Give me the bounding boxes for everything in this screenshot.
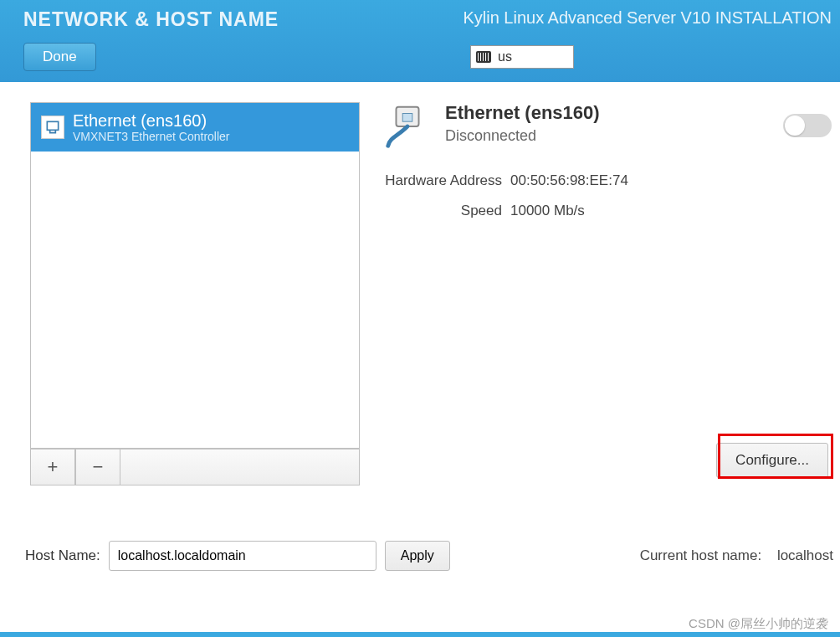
device-status: Disconnected [445, 127, 600, 145]
svg-rect-0 [47, 121, 58, 130]
network-device-list: Ethernet (ens160) VMXNET3 Ethernet Contr… [30, 102, 360, 449]
configure-button[interactable]: Configure... [716, 443, 828, 478]
hostname-label: Host Name: [25, 547, 100, 564]
current-hostname-value: localhost [777, 547, 833, 563]
watermark-text: CSDN @屌丝小帅的逆袭 [689, 616, 828, 632]
network-device-text: Ethernet (ens160) VMXNET3 Ethernet Contr… [73, 111, 230, 143]
device-detail-column: Ethernet (ens160) Disconnected Hardware … [383, 102, 840, 485]
main-content: Ethernet (ens160) VMXNET3 Ethernet Contr… [0, 82, 840, 485]
current-hostname: Current host name: localhost [640, 547, 833, 564]
svg-rect-2 [402, 114, 412, 122]
speed-value: 10000 Mb/s [510, 203, 585, 219]
ethernet-icon [41, 116, 64, 139]
network-list-column: Ethernet (ens160) VMXNET3 Ethernet Contr… [30, 102, 360, 485]
network-device-controller: VMXNET3 Ethernet Controller [73, 130, 230, 143]
installer-title: Kylin Linux Advanced Server V10 INSTALLA… [463, 8, 832, 28]
device-title-block: Ethernet (ens160) Disconnected [445, 102, 600, 145]
hostname-row: Host Name: Apply [25, 541, 450, 571]
device-properties: Hardware Address 00:50:56:98:EE:74 Speed… [383, 172, 833, 219]
list-action-spacer [120, 449, 360, 485]
header-bar: NETWORK & HOST NAME Done Kylin Linux Adv… [0, 0, 840, 82]
current-hostname-label: Current host name: [640, 547, 762, 563]
add-device-button[interactable]: + [30, 449, 75, 485]
keyboard-layout-text: us [498, 49, 512, 64]
connection-toggle[interactable] [783, 114, 832, 137]
hostname-input[interactable] [109, 541, 376, 571]
network-device-label: Ethernet (ens160) [73, 111, 230, 130]
footer-accent [0, 632, 840, 637]
ethernet-large-icon [383, 102, 432, 151]
keyboard-icon [476, 51, 491, 63]
speed-row: Speed 10000 Mb/s [383, 203, 833, 219]
apply-button[interactable]: Apply [385, 541, 450, 571]
keyboard-layout-selector[interactable]: us [470, 45, 574, 69]
done-button[interactable]: Done [23, 43, 96, 71]
hw-address-value: 00:50:56:98:EE:74 [510, 172, 628, 189]
device-detail-header: Ethernet (ens160) Disconnected [383, 102, 833, 151]
speed-label: Speed [383, 203, 510, 219]
device-title: Ethernet (ens160) [445, 102, 600, 124]
hw-address-label: Hardware Address [383, 172, 510, 189]
list-action-bar: + − [30, 449, 360, 485]
hw-address-row: Hardware Address 00:50:56:98:EE:74 [383, 172, 833, 189]
network-device-item[interactable]: Ethernet (ens160) VMXNET3 Ethernet Contr… [31, 103, 359, 152]
remove-device-button[interactable]: − [75, 449, 120, 485]
